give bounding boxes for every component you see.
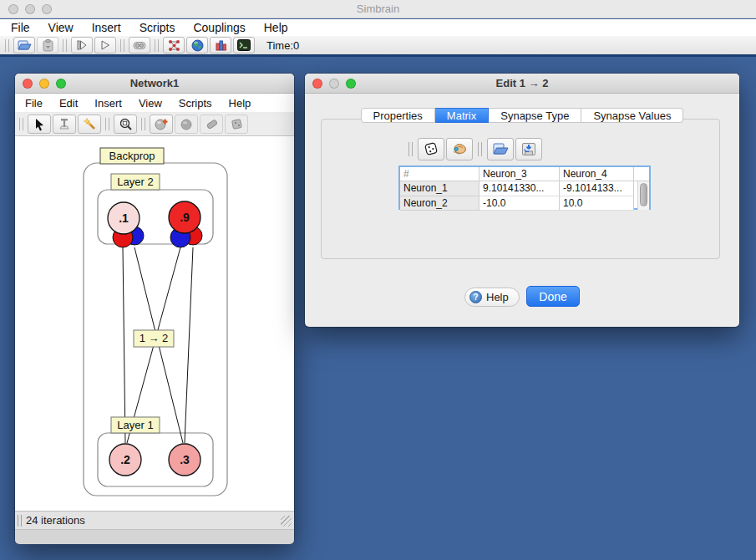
text-tool-button[interactable] bbox=[53, 115, 76, 134]
wand-tool-button[interactable] bbox=[78, 115, 101, 134]
zoom-tool-button[interactable] bbox=[114, 115, 137, 134]
clear-button[interactable] bbox=[200, 115, 223, 134]
menu-file[interactable]: File bbox=[2, 19, 39, 36]
tab-synapse-values[interactable]: Synapse Values bbox=[581, 108, 683, 123]
synapse-line[interactable] bbox=[123, 247, 125, 443]
tab-matrix[interactable]: Matrix bbox=[435, 108, 489, 123]
edit-titlebar[interactable]: Edit 1 → 2 bbox=[305, 74, 739, 94]
menu-scripts[interactable]: Scripts bbox=[170, 94, 221, 113]
time-label: Time:0 bbox=[266, 39, 299, 52]
play-icon bbox=[99, 39, 111, 51]
open-workspace-button[interactable] bbox=[13, 37, 35, 53]
app-title: Simbrain bbox=[0, 3, 756, 15]
resize-grip[interactable] bbox=[281, 516, 292, 527]
menu-scripts[interactable]: Scripts bbox=[130, 19, 185, 36]
network-window: Network1 File Edit Insert View Scripts H… bbox=[15, 74, 294, 543]
svg-text:Backprop: Backprop bbox=[109, 150, 155, 162]
toolbar-grip[interactable] bbox=[63, 39, 67, 52]
toolbar-grip[interactable] bbox=[155, 39, 159, 52]
menu-help[interactable]: Help bbox=[221, 94, 260, 113]
menu-view[interactable]: View bbox=[39, 19, 83, 36]
column-header-neuron4[interactable]: Neuron_4 bbox=[560, 167, 634, 181]
app-titlebar[interactable]: Simbrain bbox=[0, 0, 756, 18]
statusbar-grip[interactable] bbox=[18, 515, 22, 527]
selection-tool-button[interactable] bbox=[28, 115, 51, 134]
network-titlebar[interactable]: Network1 bbox=[15, 74, 294, 94]
close-button[interactable] bbox=[23, 79, 33, 89]
new-world-button[interactable] bbox=[186, 37, 208, 53]
layer2-label[interactable]: Layer 2 bbox=[111, 174, 160, 190]
done-button-label: Done bbox=[539, 290, 566, 303]
weight-cell[interactable]: 9.10141330... bbox=[479, 181, 560, 196]
randomize-button[interactable] bbox=[225, 115, 248, 134]
open-weights-button[interactable] bbox=[487, 138, 514, 160]
backprop-label[interactable]: Backprop bbox=[100, 148, 164, 164]
tab-synapse-type[interactable]: Synapse Type bbox=[489, 108, 581, 123]
zoom-button[interactable] bbox=[56, 79, 66, 89]
menu-couplings[interactable]: Couplings bbox=[184, 19, 254, 36]
global-update-button[interactable] bbox=[129, 37, 150, 53]
paste-button[interactable] bbox=[37, 37, 58, 53]
edit-randomizer-button[interactable] bbox=[446, 138, 473, 160]
new-network-button[interactable] bbox=[163, 37, 185, 53]
zoom-button[interactable] bbox=[346, 79, 356, 89]
neuron-button[interactable] bbox=[175, 115, 198, 134]
new-chart-button[interactable] bbox=[210, 37, 231, 53]
help-icon: ? bbox=[469, 291, 482, 303]
neuron-n2-value: .9 bbox=[180, 211, 190, 224]
table-row: Neuron_1 9.10141330... -9.1014133... bbox=[400, 181, 649, 196]
iterate-button[interactable] bbox=[71, 37, 93, 53]
menu-edit[interactable]: Edit bbox=[51, 94, 86, 113]
help-button-label: Help bbox=[486, 291, 509, 303]
synapse-line[interactable] bbox=[185, 247, 193, 443]
open-folder-icon bbox=[493, 142, 509, 155]
network-diagram: .1 .9 .2 .3 Backprop Layer 2 1 → 2 Layer… bbox=[15, 136, 294, 509]
tab-properties[interactable]: Properties bbox=[361, 108, 435, 123]
link-icon bbox=[133, 41, 146, 50]
layer1-label[interactable]: Layer 1 bbox=[111, 417, 160, 433]
toolbar-grip[interactable] bbox=[5, 39, 9, 52]
minimize-button[interactable] bbox=[39, 79, 49, 89]
wand-icon bbox=[84, 118, 96, 130]
row-header-neuron1: Neuron_1 bbox=[400, 181, 479, 196]
weight-cell[interactable]: -10.0 bbox=[479, 196, 560, 211]
menu-insert[interactable]: Insert bbox=[86, 94, 130, 113]
table-scrollbar-thumb[interactable] bbox=[640, 183, 647, 206]
add-neuron-icon bbox=[155, 118, 168, 131]
table-row: Neuron_2 -10.0 10.0 bbox=[400, 196, 649, 211]
toolbar-grip[interactable] bbox=[408, 142, 413, 156]
column-header-neuron3[interactable]: Neuron_3 bbox=[479, 167, 560, 181]
new-console-button[interactable] bbox=[233, 37, 255, 53]
table-header-row: # Neuron_3 Neuron_4 bbox=[400, 167, 649, 181]
toolbar-grip[interactable] bbox=[120, 39, 124, 52]
menu-view[interactable]: View bbox=[130, 94, 170, 113]
help-button[interactable]: ? Help bbox=[464, 288, 520, 307]
add-neuron-button[interactable] bbox=[150, 115, 173, 134]
weight-matrix-table: # Neuron_3 Neuron_4 Neuron_1 9.10141330.… bbox=[398, 165, 651, 210]
weight-cell[interactable]: -9.1014133... bbox=[560, 181, 634, 196]
save-weights-button[interactable] bbox=[515, 138, 542, 160]
corner-header-cell[interactable]: # bbox=[400, 167, 479, 181]
toolbar-grip[interactable] bbox=[478, 142, 482, 156]
minimize-button[interactable] bbox=[329, 79, 339, 89]
randomize-weights-button[interactable] bbox=[418, 138, 444, 160]
done-button[interactable]: Done bbox=[526, 286, 580, 307]
row-header-neuron2: Neuron_2 bbox=[400, 196, 479, 211]
network-window-title: Network1 bbox=[130, 77, 180, 89]
close-button[interactable] bbox=[312, 79, 322, 89]
matrix-toolbar bbox=[405, 136, 542, 161]
synapse-group-label[interactable]: 1 → 2 bbox=[134, 330, 174, 347]
toolbar-grip[interactable] bbox=[105, 118, 109, 130]
menu-insert[interactable]: Insert bbox=[83, 19, 130, 36]
table-scrollbar-track[interactable] bbox=[637, 181, 649, 210]
toolbar-grip[interactable] bbox=[141, 118, 145, 130]
edit-tabs: Properties Matrix Synapse Type Synapse V… bbox=[305, 108, 739, 123]
toolbar-grip[interactable] bbox=[19, 118, 23, 130]
menu-help[interactable]: Help bbox=[255, 19, 297, 36]
menu-file[interactable]: File bbox=[17, 94, 51, 113]
network-canvas[interactable]: .1 .9 .2 .3 Backprop Layer 2 1 → 2 Layer… bbox=[15, 136, 294, 511]
neuron-n3-value: .2 bbox=[120, 453, 130, 466]
weight-cell[interactable]: 10.0 bbox=[560, 196, 634, 211]
run-button[interactable] bbox=[94, 37, 116, 53]
network-toolbar bbox=[15, 113, 294, 136]
